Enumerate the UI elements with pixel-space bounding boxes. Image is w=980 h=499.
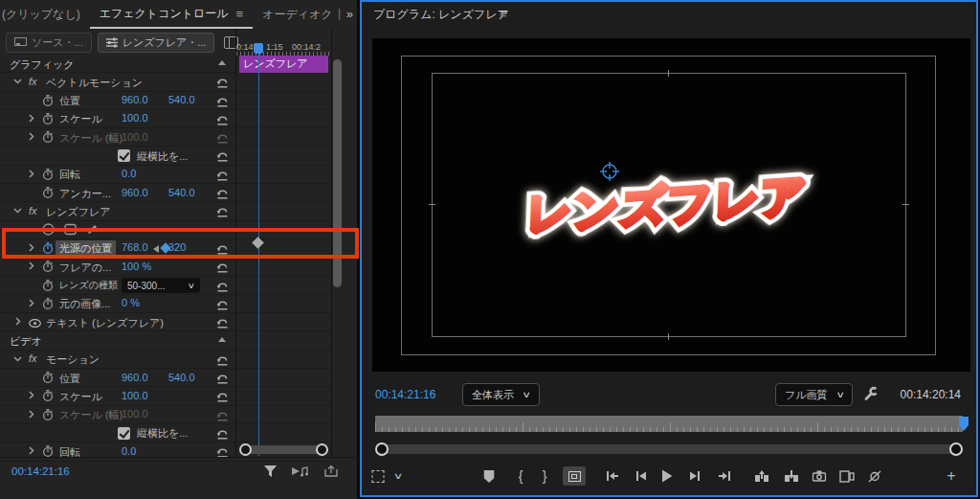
step-forward-button[interactable] <box>689 467 701 485</box>
reset-parameter-icon[interactable] <box>216 149 229 162</box>
twirl-closed-icon[interactable] <box>13 317 22 326</box>
program-zoom-left-knob[interactable] <box>375 442 389 456</box>
mark-out-button[interactable]: } <box>543 467 547 485</box>
reset-parameter-icon[interactable] <box>216 372 229 384</box>
parameter-value[interactable]: 100.0 <box>122 408 148 420</box>
go-to-out-button[interactable] <box>718 467 731 485</box>
parameter-value[interactable]: 100 % <box>122 261 151 272</box>
lift-button[interactable] <box>754 467 769 485</box>
playhead-handle[interactable] <box>254 43 263 54</box>
toggle-animation-stopwatch-icon[interactable] <box>42 390 54 402</box>
collapse-arrow-icon[interactable] <box>218 60 226 65</box>
reset-parameter-icon[interactable] <box>216 187 229 199</box>
tab-audio-clip-mixer[interactable]: オーディオクリッ <box>253 0 335 29</box>
toggle-animation-stopwatch-icon[interactable] <box>42 95 54 107</box>
twirl-open-icon[interactable] <box>13 206 22 215</box>
program-panel-menu-icon[interactable]: ≡ <box>500 7 507 21</box>
parameter-value2[interactable]: 540.0 <box>168 372 195 383</box>
toggle-animation-stopwatch-icon[interactable] <box>42 131 54 144</box>
extract-button[interactable] <box>784 467 799 485</box>
toggle-animation-stopwatch-icon[interactable] <box>42 409 54 421</box>
twirl-closed-icon[interactable] <box>27 170 35 178</box>
twirl-closed-icon[interactable] <box>27 114 35 123</box>
comparison-view-button[interactable] <box>839 467 855 485</box>
parameter-value[interactable]: 0.0 <box>122 168 136 179</box>
reset-parameter-icon[interactable] <box>216 113 229 125</box>
twirl-open-icon[interactable] <box>13 77 22 85</box>
reset-parameter-icon[interactable] <box>216 298 229 310</box>
twirl-closed-icon[interactable] <box>27 299 35 307</box>
program-time-ruler[interactable] <box>375 416 963 432</box>
go-to-in-button[interactable] <box>606 467 619 485</box>
program-zoom-right-knob[interactable] <box>949 442 963 456</box>
chevron-down-icon[interactable]: ∨ <box>393 467 404 485</box>
program-zoom-scrollbar[interactable] <box>375 442 963 456</box>
mark-in-button[interactable]: { <box>519 467 523 485</box>
parameter-value[interactable]: 960.0 <box>122 372 148 383</box>
toggle-animation-stopwatch-icon[interactable] <box>42 298 54 310</box>
panel-menu-icon[interactable]: ≡ <box>236 7 244 21</box>
toggle-animation-stopwatch-icon[interactable] <box>42 372 54 384</box>
light-source-crosshair[interactable] <box>599 161 620 182</box>
timeline-zoom-bar[interactable] <box>239 443 328 456</box>
program-current-timecode[interactable]: 00:14:21:16 <box>375 388 435 401</box>
parameter-value2[interactable]: 540.0 <box>168 187 195 198</box>
twirl-closed-icon[interactable] <box>27 410 35 419</box>
toggle-animation-stopwatch-icon[interactable] <box>42 261 54 273</box>
reset-parameter-icon[interactable] <box>216 316 229 329</box>
parameter-value[interactable]: 960.0 <box>122 187 148 198</box>
reset-parameter-icon[interactable] <box>216 131 229 144</box>
filter-icon[interactable] <box>264 465 277 477</box>
reset-parameter-icon[interactable] <box>216 76 229 88</box>
reset-parameter-icon[interactable] <box>216 95 229 107</box>
clip-effects-button[interactable]: レンズフレア・... <box>98 33 215 53</box>
toggle-animation-stopwatch-icon[interactable] <box>42 113 54 125</box>
toggle-animation-stopwatch-icon[interactable] <box>42 187 54 199</box>
twirl-open-icon[interactable] <box>13 354 22 363</box>
twirl-closed-icon[interactable] <box>27 391 35 399</box>
twirl-closed-icon[interactable] <box>27 132 35 141</box>
parameter-value[interactable]: 100.0 <box>122 131 148 143</box>
parameter-value[interactable]: 0 % <box>122 297 140 308</box>
twirl-closed-icon[interactable] <box>27 261 35 270</box>
add-marker-button[interactable] <box>484 467 495 485</box>
reset-parameter-icon[interactable] <box>216 427 229 440</box>
tab-overflow-icon[interactable]: » <box>346 7 353 21</box>
zoom-bar-left-knob[interactable] <box>239 443 252 456</box>
zoom-level-select[interactable]: 全体表示 ∨ <box>462 383 540 406</box>
parameter-value2[interactable]: 540.0 <box>168 94 195 105</box>
zoom-bar-track[interactable] <box>245 445 323 454</box>
parameter-value[interactable]: 0.0 <box>122 445 136 457</box>
parameter-value[interactable]: 100.0 <box>122 390 148 401</box>
timeline-clip-bar[interactable]: レンズフレア <box>239 56 328 73</box>
current-timecode[interactable]: 00:14:21:16 <box>11 465 70 477</box>
reset-parameter-icon[interactable] <box>216 261 229 273</box>
reset-parameter-icon[interactable] <box>216 353 229 366</box>
uniform-scale-checkbox[interactable] <box>118 427 130 440</box>
reset-parameter-icon[interactable] <box>216 169 229 181</box>
play-button[interactable] <box>661 467 673 485</box>
global-fx-mute-button[interactable] <box>868 467 881 485</box>
safe-margins-button[interactable] <box>563 466 586 486</box>
reset-parameter-icon[interactable] <box>216 280 229 292</box>
collapse-arrow-icon[interactable] <box>218 337 226 342</box>
reset-parameter-icon[interactable] <box>216 205 229 217</box>
parameter-value[interactable]: 100.0 <box>122 112 148 124</box>
twirl-closed-icon[interactable] <box>27 446 35 455</box>
settings-wrench-icon[interactable] <box>863 386 880 402</box>
drag-zoom-icon[interactable] <box>372 467 385 485</box>
program-monitor-canvas[interactable]: レンズフレア レンズフレア <box>372 38 970 372</box>
tab-effect-controls[interactable]: エフェクトコントロール ≡ <box>90 0 253 29</box>
export-icon[interactable] <box>324 465 338 477</box>
uniform-scale-checkbox[interactable] <box>118 149 130 162</box>
lens-type-select[interactable]: 50-300...∨ <box>122 278 200 293</box>
step-back-button[interactable] <box>635 467 647 485</box>
reset-parameter-icon[interactable] <box>216 409 229 421</box>
eye-visibility-icon[interactable] <box>29 319 41 328</box>
program-zoom-track[interactable] <box>382 444 956 454</box>
export-frame-button[interactable] <box>813 467 827 485</box>
button-editor-plus[interactable]: + <box>947 467 955 485</box>
toggle-animation-stopwatch-icon[interactable] <box>42 280 54 292</box>
zoom-bar-right-knob[interactable] <box>316 443 328 456</box>
reset-parameter-icon[interactable] <box>216 390 229 402</box>
